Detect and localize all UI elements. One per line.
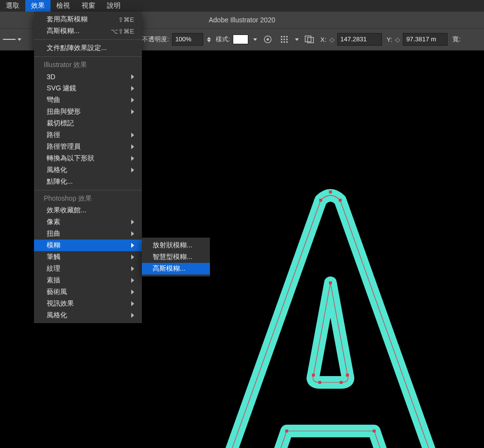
chevron-right-icon [131, 278, 134, 283]
opacity-field[interactable]: 100% [172, 33, 203, 46]
style-label: 樣式: [216, 35, 230, 44]
blur-submenu: 放射狀模糊...智慧型模糊...高斯模糊... [142, 238, 210, 276]
menu-item-label: SVG 濾鏡 [47, 84, 124, 93]
app-menubar: 選取 效果 檢視 視窗 說明 [0, 0, 484, 12]
recolor-icon[interactable] [262, 34, 274, 45]
width-label: 寬: [452, 35, 461, 44]
artwork-neon-a[interactable] [204, 186, 457, 448]
menu-item-label: 路徑管理員 [47, 142, 124, 151]
svg-rect-27 [329, 281, 332, 284]
chevron-right-icon [131, 74, 134, 79]
svg-rect-15 [329, 190, 332, 193]
align-icon[interactable] [278, 34, 290, 45]
y-label: Y: [387, 36, 393, 43]
menu-effects[interactable]: 效果 [25, 0, 51, 12]
svg-rect-21 [373, 430, 376, 432]
menu-item-label: 轉換為以下形狀 [47, 154, 124, 163]
chevron-right-icon [131, 156, 134, 161]
menu-item-label: 3D [47, 73, 124, 81]
chevron-right-icon [131, 109, 134, 114]
menu-item-效果收藏館...[interactable]: 效果收藏館... [34, 205, 142, 216]
menu-item-風格化[interactable]: 風格化 [34, 164, 142, 176]
menu-item-SVG 濾鏡[interactable]: SVG 濾鏡 [34, 83, 142, 94]
svg-rect-16 [339, 199, 342, 202]
menu-apply-gaussian-blur[interactable]: 套用高斯模糊 ⇧⌘E [34, 14, 142, 25]
menu-item-像素[interactable]: 像素 [34, 216, 142, 228]
menu-item-3D[interactable]: 3D [34, 71, 142, 83]
menu-item-label: 效果收藏館... [47, 206, 134, 215]
chevron-right-icon [131, 313, 134, 318]
menu-item-label: 素描 [47, 276, 124, 285]
style-swatch[interactable] [233, 34, 248, 44]
opacity-stepper[interactable] [207, 37, 211, 42]
menu-item-label: 路徑 [47, 131, 124, 139]
menu-item-裁切標記[interactable]: 裁切標記 [34, 118, 142, 129]
menu-item-扭曲[interactable]: 扭曲 [34, 228, 142, 240]
menu-item-藝術風[interactable]: 藝術風 [34, 286, 142, 298]
menu-item-label: 視訊效果 [47, 299, 124, 308]
menu-item-label: 藝術風 [47, 288, 124, 296]
svg-rect-29 [340, 381, 343, 384]
menu-item-label: 扭曲與變形 [47, 107, 124, 116]
chevron-down-icon [253, 38, 257, 41]
menu-item-模糊[interactable]: 模糊 [34, 240, 142, 251]
line-type-dropdown[interactable] [3, 38, 21, 41]
chevron-right-icon [131, 266, 134, 271]
menu-item-label: 裁切標記 [47, 119, 134, 128]
submenu-item-放射狀模糊...[interactable]: 放射狀模糊... [142, 240, 210, 251]
chevron-right-icon [131, 133, 134, 138]
menu-separator [34, 190, 142, 190]
menu-item-路徑管理員[interactable]: 路徑管理員 [34, 141, 142, 153]
menu-item-label: 像素 [47, 218, 124, 226]
menu-item-路徑[interactable]: 路徑 [34, 129, 142, 141]
menu-doc-raster-settings[interactable]: 文件點陣效果設定... [34, 42, 142, 54]
svg-rect-11 [305, 36, 311, 42]
menu-item-點陣化...[interactable]: 點陣化... [34, 176, 142, 188]
menu-item-彎曲[interactable]: 彎曲 [34, 94, 142, 106]
svg-rect-6 [284, 39, 285, 40]
submenu-item-智慧型模糊...[interactable]: 智慧型模糊... [142, 251, 210, 263]
menu-item-label: 風格化 [47, 311, 124, 320]
svg-rect-9 [284, 41, 285, 43]
menu-item-筆觸[interactable]: 筆觸 [34, 251, 142, 263]
chevron-right-icon [131, 255, 134, 259]
x-link-icon[interactable]: ◇ [329, 36, 334, 43]
chevron-right-icon [131, 290, 134, 294]
menu-separator [34, 56, 142, 57]
svg-rect-3 [284, 36, 285, 37]
y-link-icon[interactable]: ◇ [395, 36, 400, 43]
y-field[interactable]: 97.3817 m [403, 33, 448, 46]
menu-item-視訊效果[interactable]: 視訊效果 [34, 298, 142, 310]
menu-item-label: 彎曲 [47, 96, 124, 104]
section-photoshop-effects: Photoshop 效果 [34, 193, 142, 205]
chevron-right-icon [131, 168, 134, 172]
menu-item-label: 扭曲 [47, 229, 124, 238]
transform-icon[interactable] [304, 34, 315, 45]
svg-rect-8 [281, 41, 282, 43]
menu-window[interactable]: 視窗 [76, 0, 101, 12]
menu-item-風格化[interactable]: 風格化 [34, 310, 142, 321]
effects-menu: 套用高斯模糊 ⇧⌘E 高斯模糊... ⌥⇧⌘E 文件點陣效果設定... Illu… [34, 12, 142, 323]
svg-rect-5 [281, 39, 282, 40]
submenu-item-高斯模糊...[interactable]: 高斯模糊... [142, 263, 210, 275]
menu-select[interactable]: 選取 [0, 0, 25, 12]
menu-item-轉換為以下形狀[interactable]: 轉換為以下形狀 [34, 153, 142, 164]
menu-item-label: 風格化 [47, 166, 124, 174]
svg-rect-2 [281, 36, 282, 37]
svg-rect-26 [312, 374, 315, 377]
opacity-label: 不透明度: [142, 35, 169, 44]
menu-view[interactable]: 檢視 [51, 0, 76, 12]
x-field[interactable]: 147.2831 [337, 33, 382, 46]
section-illustrator-effects: Illustrator 效果 [34, 59, 142, 71]
svg-rect-30 [318, 381, 321, 384]
menu-item-素描[interactable]: 素描 [34, 275, 142, 286]
menu-item-label: 筆觸 [47, 253, 124, 261]
chevron-right-icon [131, 86, 134, 91]
menu-help[interactable]: 說明 [101, 0, 126, 12]
app-title: Adobe Illustrator 2020 [209, 16, 276, 24]
svg-rect-10 [286, 41, 288, 43]
menu-item-扭曲與變形[interactable]: 扭曲與變形 [34, 106, 142, 118]
menu-item-紋理[interactable]: 紋理 [34, 263, 142, 275]
menu-gaussian-blur[interactable]: 高斯模糊... ⌥⇧⌘E [34, 25, 142, 37]
menu-separator [34, 39, 142, 40]
